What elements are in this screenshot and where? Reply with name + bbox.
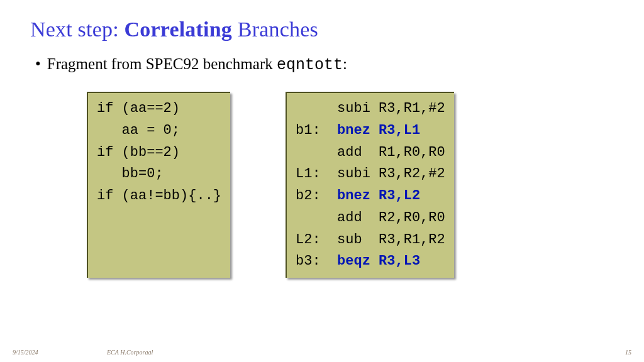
code-line: b2: bnez R3,L2 bbox=[296, 185, 445, 207]
code-line: bb=0; bbox=[97, 163, 221, 185]
code-line: if (aa==2) bbox=[97, 98, 221, 120]
footer-author: ECA H.Corporaal bbox=[107, 349, 153, 356]
code-line: b3: beqz R3,L3 bbox=[296, 251, 445, 273]
code-line: add R1,R0,R0 bbox=[296, 142, 445, 164]
title-pre: Next step: bbox=[30, 18, 125, 41]
footer-page: 15 bbox=[625, 349, 631, 356]
code-branch: bnez R3,L2 bbox=[337, 188, 420, 204]
slide-title: Next step: Correlating Branches bbox=[30, 18, 614, 41]
bullet-dot: • bbox=[35, 55, 41, 73]
asm-code-box: subi R3,R1,#2 b1: bnez R3,L1 add R1,R0,R… bbox=[286, 92, 454, 278]
code-label: b1: bbox=[296, 123, 337, 138]
code-line: add R2,R0,R0 bbox=[296, 207, 445, 229]
code-branch: bnez R3,L1 bbox=[337, 123, 420, 138]
bullet-pre: Fragment from SPEC92 benchmark bbox=[47, 55, 277, 72]
code-line: if (bb==2) bbox=[97, 142, 221, 164]
bullet-item: • Fragment from SPEC92 benchmark eqntott… bbox=[35, 55, 614, 74]
code-line: aa = 0; bbox=[97, 120, 221, 142]
code-line: b1: bnez R3,L1 bbox=[296, 120, 445, 142]
code-branch: beqz R3,L3 bbox=[337, 253, 420, 269]
footer: 9/15/2024 ECA H.Corporaal 15 bbox=[13, 349, 631, 356]
code-line: L2: sub R3,R1,R2 bbox=[296, 229, 445, 251]
code-row: if (aa==2) aa = 0; if (bb==2) bb=0; if (… bbox=[87, 92, 614, 278]
footer-date: 9/15/2024 bbox=[13, 349, 38, 356]
c-code-box: if (aa==2) aa = 0; if (bb==2) bb=0; if (… bbox=[87, 92, 230, 278]
code-line: if (aa!=bb){..} bbox=[97, 185, 221, 207]
bullet-post: : bbox=[343, 55, 347, 72]
code-label: b2: bbox=[296, 188, 337, 204]
bullet-code: eqntott bbox=[277, 56, 343, 74]
code-line: subi R3,R1,#2 bbox=[296, 98, 445, 120]
title-bold: Correlating bbox=[125, 18, 233, 41]
code-label: b3: bbox=[296, 253, 337, 269]
bullet-text: Fragment from SPEC92 benchmark eqntott: bbox=[47, 55, 347, 74]
title-post: Branches bbox=[232, 18, 318, 41]
code-line: L1: subi R3,R2,#2 bbox=[296, 163, 445, 185]
